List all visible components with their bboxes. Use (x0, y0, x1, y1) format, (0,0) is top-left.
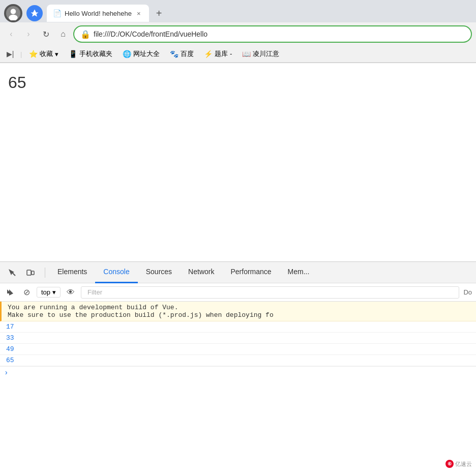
browser-avatar (4, 4, 22, 22)
tab-title: Hello World! hehehehe (65, 10, 132, 17)
chevron-down-icon: ▾ (52, 288, 56, 296)
device-emulation-icon[interactable] (22, 264, 39, 281)
console-value-49: 49 (0, 344, 476, 355)
bookmarks-bar: ▶| | ⭐ 收藏 ▾ 📱 手机收藏夹 🌐 网址大全 🐾 百度 ⚡ 题库 - 📖… (0, 46, 476, 63)
bookmark-timu[interactable]: ⚡ 题库 - (201, 48, 235, 60)
console-output: You are running a development build of V… (0, 302, 476, 470)
svg-rect-4 (27, 270, 31, 275)
tab-elements[interactable]: Elements (49, 262, 95, 283)
bookmark-label: 网址大全 (133, 49, 160, 58)
separator (45, 268, 45, 278)
bookmark-baidu[interactable]: 🐾 百度 (167, 48, 197, 60)
address-bar[interactable]: 🔒 file:///D:/OK/Code/frontEnd/vueHello (73, 25, 472, 43)
bookmark-mobile[interactable]: 📱 手机收藏夹 (66, 48, 115, 60)
forward-button[interactable]: › (21, 27, 36, 41)
watermark-icon: ⑥ (445, 460, 454, 468)
address-text: file:///D:/OK/Code/frontEnd/vueHello (94, 30, 465, 38)
console-input[interactable] (12, 369, 472, 377)
watermark: ⑥ 亿速云 (445, 460, 472, 468)
svg-point-1 (11, 9, 16, 14)
svg-marker-6 (7, 289, 13, 296)
mobile-icon: 📱 (69, 50, 77, 58)
browser-chrome: 📄 Hello World! hehehehe × + ‹ › ↻ ⌂ 🔒 fi… (0, 0, 476, 63)
bookmark-label: 凌川江意 (253, 49, 279, 58)
filter-input[interactable] (83, 287, 457, 297)
console-toolbar: ⊘ top ▾ 👁 Do (0, 283, 476, 302)
devtools-tabs: Elements Console Sources Network Perform… (0, 262, 476, 283)
page-content: 65 (0, 63, 476, 261)
tab-sources[interactable]: Sources (138, 262, 180, 283)
back-button[interactable]: ‹ (4, 27, 18, 41)
refresh-button[interactable]: ↻ (39, 27, 53, 41)
baidu-icon: 🐾 (170, 50, 178, 58)
console-value-17: 17 (0, 321, 476, 333)
star-icon: ⭐ (29, 50, 38, 58)
svg-rect-5 (32, 271, 34, 275)
bookmark-label: 题库 - (215, 49, 232, 58)
tab-console[interactable]: Console (95, 262, 137, 283)
timu-icon: ⚡ (204, 50, 213, 58)
bookmark-urls[interactable]: 🌐 网址大全 (120, 48, 163, 60)
svg-line-3 (12, 273, 15, 276)
console-warning-line: You are running a development build of V… (0, 302, 476, 321)
clear-console-button[interactable] (4, 286, 16, 299)
bookmark-lingchuan[interactable]: 📖 凌川江意 (239, 48, 282, 60)
bookmark-label: 收藏 (40, 49, 53, 58)
watermark-text: 亿速云 (455, 460, 472, 468)
execution-context-select[interactable]: top ▾ (37, 287, 61, 298)
page-number: 65 (8, 73, 26, 92)
eye-icon: 👁 (65, 286, 77, 299)
warning-text-1: You are running a development build of V… (8, 304, 178, 311)
console-value-65: 65 (0, 355, 476, 366)
bookmark-favorites[interactable]: ⭐ 收藏 ▾ (26, 48, 62, 60)
tab-performance[interactable]: Performance (222, 262, 279, 283)
warning-text-2: Make sure to use the production build (*… (8, 311, 274, 319)
address-bar-row: ‹ › ↻ ⌂ 🔒 file:///D:/OK/Code/frontEnd/vu… (0, 22, 476, 46)
tab-memory[interactable]: Mem... (280, 262, 318, 283)
active-tab[interactable]: 📄 Hello World! hehehehe × (47, 5, 149, 22)
navigation-icon (26, 5, 43, 21)
tab-close-button[interactable]: × (135, 9, 143, 18)
tab-bar: 📄 Hello World! hehehehe × + (0, 0, 476, 22)
block-console-button[interactable]: ⊘ (20, 286, 33, 299)
secure-icon: 🔒 (80, 29, 91, 39)
filter-input-wrap (81, 286, 459, 299)
bookmark-label: 百度 (181, 49, 194, 58)
prompt-arrow-icon: › (4, 369, 8, 377)
devtools-panel: Elements Console Sources Network Perform… (0, 261, 476, 470)
console-value-33: 33 (0, 333, 476, 344)
lingchuan-icon: 📖 (242, 50, 251, 58)
globe-icon: 🌐 (123, 50, 131, 58)
devtools-toggle-icon[interactable]: ▶| (4, 48, 16, 60)
home-button[interactable]: ⌂ (56, 27, 70, 41)
tab-network[interactable]: Network (180, 262, 222, 283)
console-right-label: Do (463, 288, 472, 296)
tab-favicon: 📄 (53, 9, 62, 17)
bookmark-label: 手机收藏夹 (79, 49, 112, 58)
console-prompt[interactable]: › (0, 366, 476, 379)
new-tab-button[interactable]: + (151, 5, 167, 21)
chevron-down-icon: ▾ (55, 50, 58, 58)
inspect-element-icon[interactable] (4, 264, 20, 281)
context-value: top (41, 288, 50, 296)
